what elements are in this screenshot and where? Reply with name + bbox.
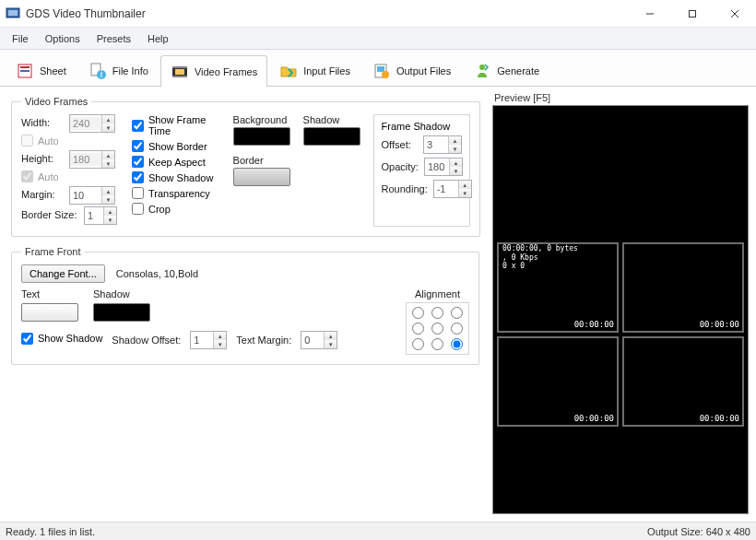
tab-input-files[interactable]: Input Files	[269, 54, 360, 86]
width-label: Width:	[21, 117, 64, 128]
ff-show-shadow-label: Show Shadow	[38, 333, 102, 344]
maximize-button[interactable]	[671, 0, 714, 28]
ff-text-margin-input[interactable]	[301, 334, 324, 346]
ff-text-margin-down[interactable]: ▼	[325, 340, 337, 348]
tab-output-files[interactable]: Output Files	[362, 54, 461, 86]
border-size-up[interactable]: ▲	[104, 207, 116, 216]
ff-shadow-offset-input[interactable]	[191, 334, 213, 346]
fs-offset-up[interactable]: ▲	[449, 136, 461, 145]
fs-rounding-spinner[interactable]: ▲▼	[433, 180, 472, 198]
group-frame-front: Frame Front Change Font... Consolas, 10,…	[11, 246, 479, 365]
ff-show-shadow-checkbox[interactable]	[21, 333, 33, 345]
ff-text-margin-spinner[interactable]: ▲▼	[301, 331, 337, 349]
margin-spinner[interactable]: ▲▼	[69, 186, 115, 205]
preview-timestamp: 00:00:00	[574, 320, 614, 329]
fs-offset-input[interactable]	[424, 138, 448, 151]
show-frame-time-label: Show Frame Time	[148, 114, 220, 136]
fs-opacity-down[interactable]: ▼	[450, 167, 462, 175]
crop-checkbox[interactable]	[132, 203, 144, 215]
height-auto-label: Auto	[38, 171, 59, 182]
align-mr[interactable]	[451, 323, 463, 335]
group-frame-shadow: Frame Shadow Offset: ▲▼ Opacity: ▲▼	[373, 114, 470, 227]
fs-rounding-input[interactable]	[434, 182, 458, 195]
width-up[interactable]: ▲	[102, 115, 114, 123]
fs-opacity-up[interactable]: ▲	[450, 158, 462, 167]
align-bc[interactable]	[431, 338, 443, 350]
fs-rounding-down[interactable]: ▼	[459, 189, 471, 197]
window-title: GDS Video Thumbnailer	[26, 7, 629, 20]
align-mc[interactable]	[431, 323, 443, 335]
ff-text-color-button[interactable]	[21, 303, 78, 322]
keep-aspect-label: Keep Aspect	[148, 157, 206, 168]
height-up[interactable]: ▲	[102, 151, 114, 159]
font-descriptor: Consolas, 10,Bold	[116, 268, 198, 279]
svg-rect-1	[8, 10, 18, 16]
svg-rect-14	[172, 76, 187, 77]
svg-point-18	[382, 71, 389, 78]
tab-sheet[interactable]: Sheet	[6, 54, 77, 86]
close-button[interactable]	[714, 0, 756, 28]
align-bl[interactable]	[412, 338, 424, 350]
tab-file-info[interactable]: i File Info	[78, 54, 159, 86]
tab-generate[interactable]: Generate	[463, 54, 549, 86]
border-size-spinner[interactable]: ▲▼	[84, 206, 117, 225]
background-color-button[interactable]	[233, 127, 290, 146]
ff-shadow-offset-up[interactable]: ▲	[214, 332, 226, 340]
margin-label: Margin:	[21, 189, 64, 200]
ff-shadow-color-button[interactable]	[93, 303, 150, 322]
fs-offset-down[interactable]: ▼	[449, 145, 461, 153]
margin-up[interactable]: ▲	[102, 187, 114, 195]
height-input[interactable]	[70, 153, 101, 166]
minimize-button[interactable]	[629, 0, 671, 28]
titlebar: GDS Video Thumbnailer	[0, 0, 756, 28]
preview-info-text: 00:00:00, 0 bytes , 0 Kbps 0 x 0	[502, 244, 578, 271]
menu-help[interactable]: Help	[139, 30, 177, 47]
border-size-input[interactable]	[85, 209, 103, 222]
group-video-frames: Video Frames Width: ▲▼ Auto Height:	[11, 96, 480, 237]
tab-video-frames[interactable]: Video Frames	[160, 55, 267, 87]
align-ml[interactable]	[412, 323, 424, 335]
align-tl[interactable]	[412, 307, 424, 319]
width-auto-checkbox[interactable]	[21, 135, 33, 147]
fs-offset-spinner[interactable]: ▲▼	[423, 135, 462, 154]
ff-text-label: Text	[21, 288, 78, 299]
align-tr[interactable]	[451, 307, 463, 319]
height-spinner[interactable]: ▲▼	[69, 150, 115, 169]
ff-shadow-offset-down[interactable]: ▼	[214, 340, 226, 348]
width-spinner[interactable]: ▲▼	[69, 114, 115, 133]
border-size-down[interactable]: ▼	[104, 216, 116, 224]
height-auto-checkbox[interactable]	[21, 170, 33, 182]
height-down[interactable]: ▼	[102, 159, 114, 168]
align-br[interactable]	[451, 338, 463, 350]
menu-options[interactable]: Options	[37, 30, 89, 47]
shadow-color-button[interactable]	[303, 127, 360, 146]
change-font-button[interactable]: Change Font...	[21, 264, 105, 283]
show-frame-time-checkbox[interactable]	[132, 120, 144, 132]
width-input[interactable]	[70, 117, 101, 130]
show-shadow-checkbox[interactable]	[132, 171, 144, 183]
ff-text-margin-up[interactable]: ▲	[325, 332, 337, 340]
fs-rounding-up[interactable]: ▲	[459, 181, 471, 189]
fs-opacity-input[interactable]	[425, 160, 449, 173]
width-down[interactable]: ▼	[102, 123, 114, 132]
margin-down[interactable]: ▼	[102, 195, 114, 204]
show-shadow-label: Show Shadow	[148, 172, 213, 183]
ff-shadow-offset-spinner[interactable]: ▲▼	[190, 331, 227, 349]
show-border-label: Show Border	[148, 141, 207, 152]
menu-presets[interactable]: Presets	[89, 30, 139, 47]
video-frames-icon	[171, 63, 189, 81]
width-auto-label: Auto	[38, 135, 59, 147]
keep-aspect-checkbox[interactable]	[132, 156, 144, 168]
svg-rect-3	[690, 10, 696, 17]
border-color-button[interactable]	[233, 168, 290, 186]
output-files-icon	[372, 62, 391, 80]
show-border-checkbox[interactable]	[132, 140, 144, 152]
border-label: Border	[233, 155, 290, 166]
menu-file[interactable]: File	[4, 30, 37, 47]
transparency-checkbox[interactable]	[132, 187, 144, 199]
margin-input[interactable]	[70, 189, 101, 202]
fs-opacity-spinner[interactable]: ▲▼	[424, 158, 463, 176]
tab-file-info-label: File Info	[112, 65, 148, 76]
frame-shadow-legend: Frame Shadow	[382, 121, 462, 132]
align-tc[interactable]	[431, 307, 443, 319]
